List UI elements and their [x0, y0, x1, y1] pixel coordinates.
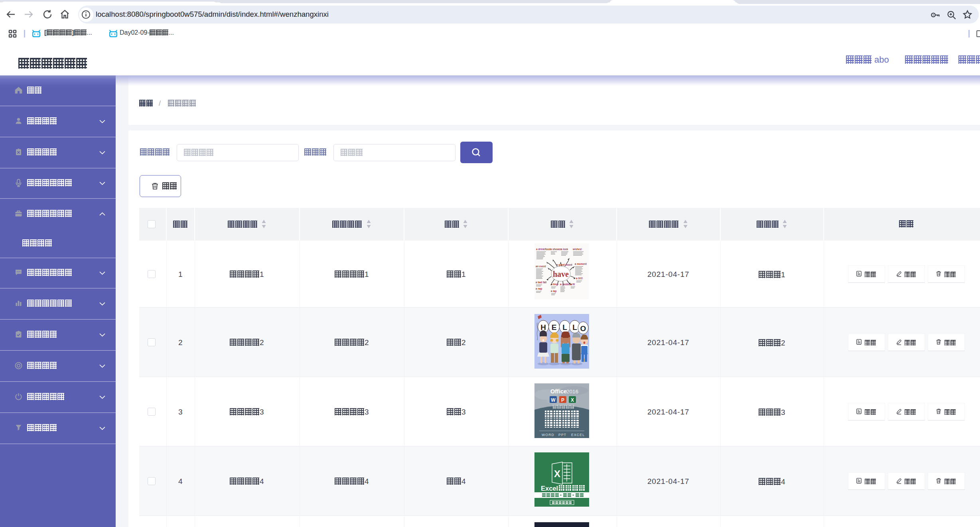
svg-text:an event: an event: [536, 265, 546, 268]
svg-text:a limp: a limp: [551, 283, 558, 286]
svg-text:a GO!: a GO!: [576, 277, 583, 280]
svg-text:L: L: [562, 323, 567, 332]
svg-text:E: E: [552, 323, 557, 332]
svg-text:wishes!: wishes!: [572, 248, 582, 251]
svg-text:a lap: a lap: [551, 290, 557, 293]
svg-text:WORD: WORD: [542, 433, 554, 437]
svg-text:a fit: a fit: [570, 283, 575, 286]
svg-text:L: L: [572, 323, 577, 332]
svg-text:a nap: a nap: [536, 287, 542, 290]
svg-text:a shower: a shower: [550, 248, 562, 251]
svg-text:a look: a look: [561, 248, 568, 251]
svg-text:PPT: PPT: [558, 433, 566, 437]
svg-text:X: X: [554, 468, 560, 479]
svg-text:have: have: [553, 270, 569, 278]
svg-text:P: P: [561, 397, 564, 403]
svg-text:2016: 2016: [566, 389, 578, 395]
svg-text:H: H: [540, 323, 546, 332]
svg-text:a drink/food: a drink/food: [536, 248, 550, 251]
svg-text:O: O: [580, 324, 586, 333]
svg-text:a moment: a moment: [575, 263, 587, 265]
svg-text:a good mood: a good mood: [556, 263, 572, 266]
svg-text:Excel: Excel: [541, 485, 558, 492]
svg-text:a bad fall: a bad fall: [536, 281, 547, 284]
svg-text:Office: Office: [550, 388, 567, 395]
svg-text:X: X: [571, 397, 574, 403]
svg-text:W: W: [551, 397, 556, 403]
svg-text:EXCEL: EXCEL: [571, 433, 585, 437]
